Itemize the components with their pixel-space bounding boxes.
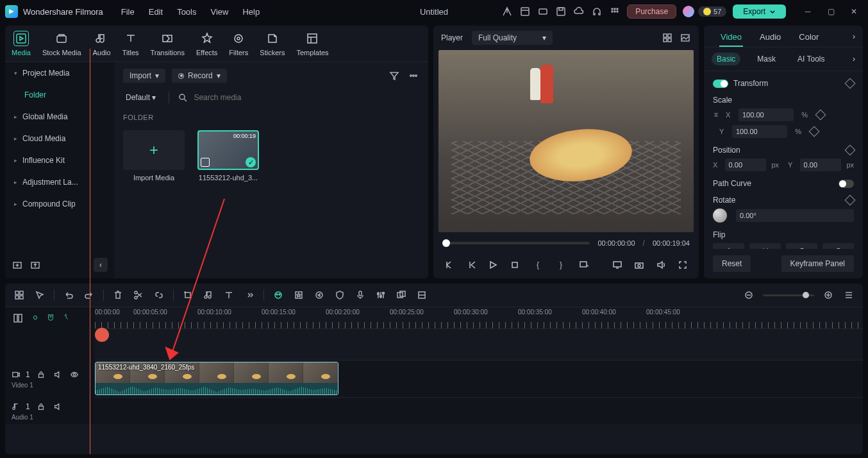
play-backward-icon[interactable] [464, 258, 478, 272]
credits[interactable]: 57 [683, 6, 726, 17]
rotate-knob[interactable] [713, 208, 727, 223]
tl-enhance-icon[interactable] [292, 289, 305, 301]
keyframe-panel-button[interactable]: Keyframe Panel [781, 255, 854, 272]
export-button[interactable]: Export [733, 4, 786, 19]
cat-audio[interactable]: Audio [93, 31, 111, 56]
snapshot-icon[interactable] [632, 258, 646, 272]
menu-tools[interactable]: Tools [177, 7, 196, 17]
tl-marker-toggle-icon[interactable] [62, 313, 71, 324]
track-visible-icon[interactable] [69, 369, 80, 380]
flip-v-button[interactable] [749, 243, 781, 249]
tl-more-icon[interactable] [243, 289, 256, 301]
display-icon[interactable] [610, 258, 624, 272]
preview-viewport[interactable] [438, 50, 694, 232]
sidebar-influence-kit[interactable]: ▸Influence Kit [5, 149, 114, 171]
clip-card[interactable]: 00:00:19 ✓ 11553212-uhd_3... [197, 130, 259, 182]
track-lock-icon[interactable] [35, 369, 47, 380]
volume-icon[interactable] [654, 258, 668, 272]
import-media-card[interactable]: + Import Media [123, 130, 185, 182]
sub-next-icon[interactable]: › [853, 55, 855, 64]
tl-zoom-slider[interactable] [763, 294, 814, 296]
audio-track-mute-icon[interactable] [52, 401, 63, 412]
tl-mic-icon[interactable] [354, 289, 367, 301]
sidebar-folder[interactable]: Folder [5, 84, 114, 106]
grid-view-icon[interactable] [662, 32, 673, 44]
pathcurve-toggle[interactable] [839, 180, 854, 188]
maximize-button[interactable]: ▢ [822, 3, 840, 21]
dropdown-icon[interactable] [577, 258, 591, 272]
play-icon[interactable] [486, 258, 500, 272]
tl-crop-icon[interactable] [181, 289, 194, 301]
mark-out-icon[interactable]: } [554, 258, 568, 272]
tl-marker-icon[interactable] [415, 289, 428, 301]
menu-help[interactable]: Help [242, 7, 260, 17]
reset-button[interactable]: Reset [713, 255, 751, 272]
tl-undo-icon[interactable] [62, 289, 75, 301]
cat-media[interactable]: Media [12, 31, 31, 56]
scrub-bar[interactable] [442, 242, 590, 244]
save-icon[interactable] [555, 6, 567, 17]
tab-audio[interactable]: Audio [751, 26, 790, 47]
tl-redo-icon[interactable] [83, 289, 96, 301]
tl-circle-icon[interactable] [313, 289, 326, 301]
flip-h-button[interactable] [713, 243, 744, 249]
position-keyframe[interactable] [845, 145, 856, 156]
video-track[interactable]: 11553212-uhd_3840_2160_25fps [95, 360, 863, 397]
sub-basic[interactable]: Basic [712, 53, 740, 65]
rotate-input[interactable] [736, 209, 854, 222]
cat-stickers[interactable]: Stickers [260, 31, 285, 56]
scale-x-input[interactable] [739, 108, 794, 121]
tl-select-icon[interactable] [33, 289, 46, 301]
tl-music-icon[interactable] [202, 289, 215, 301]
rotate-cw-button[interactable] [786, 243, 817, 249]
minimize-button[interactable]: ─ [799, 3, 817, 21]
tab-video[interactable]: Video [712, 26, 751, 47]
quality-select[interactable]: Full Quality▾ [472, 31, 553, 45]
headphones-icon[interactable] [591, 6, 603, 17]
sidebar-global-media[interactable]: ▸Global Media [5, 106, 114, 128]
tl-shield-icon[interactable] [333, 289, 346, 301]
menu-view[interactable]: View [210, 7, 228, 17]
collapse-sidebar-icon[interactable]: ‹ [94, 258, 108, 272]
compare-icon[interactable] [680, 32, 691, 44]
prev-frame-icon[interactable] [442, 258, 456, 272]
tl-layout-icon[interactable] [13, 289, 26, 301]
close-button[interactable]: ✕ [845, 3, 863, 21]
sidebar-adjustment-layer[interactable]: ▸Adjustment La... [5, 171, 114, 193]
more-icon[interactable] [408, 70, 419, 81]
stop-icon[interactable] [508, 258, 522, 272]
folder-out-icon[interactable] [29, 259, 41, 271]
tl-ai-icon[interactable] [272, 289, 285, 301]
new-folder-icon[interactable] [12, 259, 23, 271]
cat-transitions[interactable]: Transitions [151, 31, 185, 56]
audio-track[interactable] [95, 397, 863, 424]
tl-link-icon[interactable] [153, 289, 165, 301]
playhead-knob[interactable] [95, 328, 109, 342]
tabs-next-icon[interactable]: › [853, 32, 855, 41]
pos-x-input[interactable] [725, 158, 766, 171]
tl-link-toggle-icon[interactable] [31, 313, 40, 324]
cat-filters[interactable]: Filters [229, 31, 248, 56]
tl-text-icon[interactable] [222, 289, 235, 301]
video-clip[interactable]: 11553212-uhd_3840_2160_25fps [95, 362, 338, 395]
layout1-icon[interactable] [519, 6, 531, 17]
tl-zoomin-icon[interactable] [822, 289, 835, 301]
rotate-keyframe[interactable] [845, 195, 856, 206]
tl-ruler[interactable]: 00:00:00 00:00:05:00 00:00:10:00 00:00:1… [95, 307, 863, 329]
tab-color[interactable]: Color [790, 26, 828, 47]
tl-mixer-icon[interactable] [374, 289, 387, 301]
tl-magnet-icon[interactable] [46, 313, 55, 324]
sub-aitools[interactable]: AI Tools [792, 53, 830, 65]
mark-in-icon[interactable]: { [531, 258, 545, 272]
cat-stock[interactable]: Stock Media [42, 31, 81, 56]
purchase-button[interactable]: Purchase [627, 4, 676, 19]
tl-fit-icon[interactable] [842, 289, 855, 301]
tl-delete-icon[interactable] [112, 289, 124, 301]
tl-zoomout-icon[interactable] [742, 289, 755, 301]
track-mute-icon[interactable] [52, 369, 63, 380]
import-button[interactable]: Import ▾ [123, 69, 165, 83]
cloud-icon[interactable] [573, 6, 585, 17]
apps-icon[interactable] [609, 6, 621, 17]
tl-split-icon[interactable] [132, 289, 145, 301]
cat-titles[interactable]: Titles [122, 31, 139, 56]
